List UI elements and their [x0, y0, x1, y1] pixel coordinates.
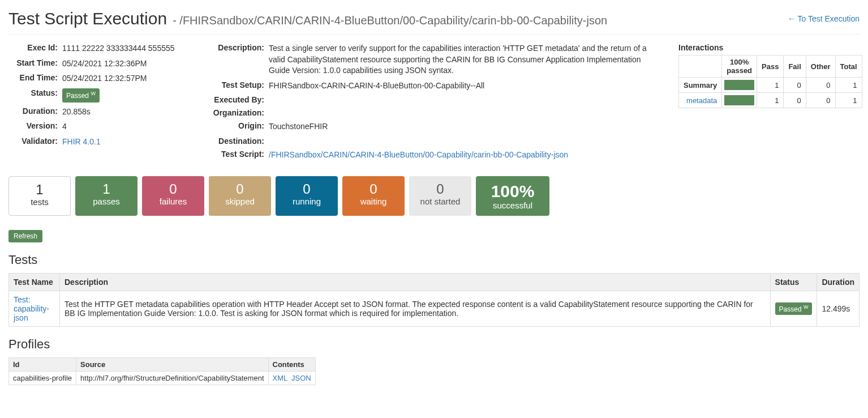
stat-successful: 100%successful: [476, 176, 549, 216]
validator-label: Validator:: [8, 137, 62, 146]
test-status-badge: Passed W: [775, 302, 813, 315]
stat-waiting[interactable]: 0waiting: [342, 176, 405, 216]
version-label: Version:: [8, 121, 62, 130]
test-desc: Test the HTTP GET metadata capabilities …: [60, 291, 771, 326]
profiles-col-contents: Contents: [268, 357, 315, 371]
test-script-label: Test Script:: [207, 150, 269, 159]
duration-label: Duration:: [8, 106, 62, 116]
tests-row: Test: capability-json Test the HTTP GET …: [9, 291, 860, 326]
validator-link[interactable]: FHIR 4.0.1: [62, 137, 101, 146]
back-link-label: To Test Execution: [798, 14, 860, 23]
inter-col-fail: Fail: [784, 56, 806, 78]
origin-label: Origin:: [207, 121, 269, 130]
stat-running[interactable]: 0running: [276, 176, 338, 216]
exec-id-label: Exec Id:: [8, 43, 62, 52]
pass-bar: [724, 80, 754, 90]
profiles-col-source: Source: [76, 357, 268, 371]
inter-col-pass: Pass: [757, 56, 784, 78]
status-badge: Passed W: [62, 88, 100, 103]
origin-value: TouchstoneFHIR: [269, 121, 661, 133]
stat-failures[interactable]: 0failures: [142, 176, 204, 216]
tests-table: Test Name Description Status Duration Te…: [8, 273, 860, 327]
executed-by-label: Executed By:: [207, 95, 269, 104]
inter-col-total: Total: [835, 56, 862, 78]
interactions-title: Interactions: [678, 43, 860, 52]
page-title: Test Script Execution: [8, 9, 167, 28]
inter-col-passed: 100% passed: [722, 56, 757, 78]
interaction-link[interactable]: metadata: [686, 96, 717, 105]
arrow-left-icon: ←: [788, 14, 796, 23]
profiles-row: capabilities-profile http://hl7.org/fhir…: [9, 371, 316, 385]
stat-not-started[interactable]: 0not started: [409, 176, 471, 216]
profile-id: capabilities-profile: [9, 371, 76, 385]
end-time-label: End Time:: [8, 73, 62, 82]
setup-value: FHIRSandbox-CARIN-CARIN-4-BlueButton-00-…: [269, 80, 661, 92]
tests-section-title: Tests: [8, 253, 860, 267]
inter-col-blank: [679, 56, 722, 78]
profile-json-link[interactable]: JSON: [291, 374, 311, 382]
profile-xml-link[interactable]: XML: [273, 374, 287, 382]
description-label: Description:: [207, 43, 269, 52]
tests-col-duration: Duration: [817, 273, 860, 291]
profiles-table: Id Source Contents capabilities-profile …: [8, 357, 316, 385]
stat-skipped[interactable]: 0skipped: [209, 176, 271, 216]
description-value: Test a single server to verify support f…: [269, 43, 661, 76]
duration-value: 20.858s: [62, 106, 190, 118]
test-script-link[interactable]: /FHIRSandbox/CARIN/CARIN-4-BlueButton/00…: [269, 150, 568, 159]
profiles-section-title: Profiles: [8, 337, 860, 352]
destination-label: Destination:: [207, 137, 269, 146]
profiles-col-id: Id: [9, 357, 76, 371]
profile-source: http://hl7.org/fhir/StructureDefinition/…: [76, 371, 268, 385]
tests-col-name: Test Name: [9, 273, 60, 291]
end-time-value: 05/24/2021 12:32:57PM: [62, 73, 190, 84]
status-label: Status:: [8, 88, 62, 97]
start-time-value: 05/24/2021 12:32:36PM: [62, 58, 190, 70]
to-test-execution-link[interactable]: ← To Test Execution: [788, 14, 860, 23]
setup-label: Test Setup:: [207, 80, 269, 89]
page-subtitle: - /FHIRSandbox/CARIN/CARIN-4-BlueButton/…: [173, 14, 607, 27]
refresh-button[interactable]: Refresh: [8, 230, 42, 242]
tests-col-status: Status: [770, 273, 817, 291]
exec-id-value: 1111 22222 333333444 555555: [62, 43, 190, 54]
version-value: 4: [62, 121, 190, 133]
pass-bar: [724, 95, 754, 105]
stat-passes[interactable]: 1passes: [75, 176, 137, 216]
organization-label: Organization:: [207, 108, 269, 117]
interactions-row: Summary1001: [679, 78, 862, 93]
interactions-table: 100% passed Pass Fail Other Total Summar…: [678, 55, 862, 108]
start-time-label: Start Time:: [8, 58, 62, 67]
stat-tests[interactable]: 1tests: [8, 176, 71, 216]
test-name-link[interactable]: Test: capability-json: [14, 295, 49, 322]
interactions-row: metadata1001: [679, 93, 862, 108]
tests-col-desc: Description: [60, 273, 771, 291]
test-duration: 12.499s: [817, 291, 860, 326]
inter-col-other: Other: [806, 56, 835, 78]
